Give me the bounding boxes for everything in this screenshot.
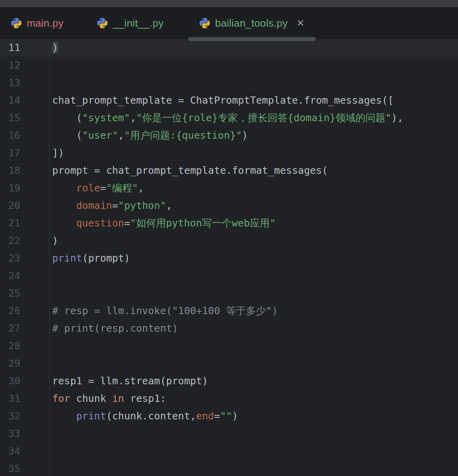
code-token: resp1 = llm.stream(prompt)	[52, 375, 208, 387]
line-number[interactable]: 31	[0, 390, 50, 407]
code-text	[50, 267, 52, 285]
code-line[interactable]: 30resp1 = llm.stream(prompt)	[0, 372, 458, 390]
code-token: =	[100, 182, 106, 194]
code-line[interactable]: 12	[0, 57, 458, 74]
code-line[interactable]: 33	[0, 425, 458, 443]
line-number[interactable]: 25	[0, 285, 50, 302]
line-number[interactable]: 20	[0, 197, 50, 214]
code-line[interactable]: 35	[0, 460, 458, 476]
line-number[interactable]: 30	[0, 372, 50, 390]
code-token: =	[214, 410, 220, 422]
line-number[interactable]: 29	[0, 355, 50, 372]
code-text: ("system","你是一位{role}专家，擅长回答{domain}领域的问…	[50, 109, 403, 127]
code-token: prompt = chat_prompt_template.format_mes…	[52, 165, 328, 176]
code-token: (	[52, 130, 82, 141]
code-token: "用户问题:{question}"	[124, 130, 242, 141]
line-number[interactable]: 26	[0, 302, 50, 320]
matched-brace: )	[52, 42, 58, 53]
code-line[interactable]: 13	[0, 74, 458, 92]
line-number[interactable]: 34	[0, 443, 50, 460]
code-line[interactable]: 18prompt = chat_prompt_template.format_m…	[0, 162, 458, 179]
tab-main-py[interactable]: main.py	[0, 7, 86, 39]
code-line[interactable]: 16 ("user","用户问题:{question}")	[0, 127, 458, 144]
code-token: )	[242, 130, 248, 141]
line-number[interactable]: 21	[0, 214, 50, 232]
code-text: print(chunk.content,end="")	[50, 407, 238, 425]
line-number[interactable]: 18	[0, 162, 50, 179]
code-line[interactable]: 34	[0, 443, 458, 460]
code-token: "python"	[118, 200, 166, 211]
code-token: "编程"	[106, 182, 138, 194]
code-token: "system"	[82, 112, 130, 124]
line-number[interactable]: 27	[0, 320, 50, 337]
code-token: domain	[76, 200, 112, 211]
code-text: question="如何用python写一个web应用"	[50, 214, 276, 232]
tab-label-bailian-tools-py: bailian_tools.py	[215, 17, 288, 30]
code-text	[50, 443, 52, 460]
code-line[interactable]: 15 ("system","你是一位{role}专家，擅长回答{domain}领…	[0, 109, 458, 127]
line-number[interactable]: 12	[0, 57, 50, 74]
active-tab-indicator	[188, 37, 316, 41]
code-text	[50, 74, 52, 92]
code-token: question	[76, 217, 124, 229]
code-line[interactable]: 14chat_prompt_template = ChatPromptTempl…	[0, 92, 458, 109]
code-text: ])	[50, 144, 64, 162]
code-token: "你是一位{role}专家，擅长回答{domain}领域的问题"	[136, 112, 391, 124]
code-text	[50, 460, 52, 476]
code-text: chat_prompt_template = ChatPromptTemplat…	[50, 92, 394, 109]
tab-init-py[interactable]: __init__.py	[86, 7, 188, 39]
code-line[interactable]: 21 question="如何用python写一个web应用"	[0, 214, 458, 232]
code-text: resp1 = llm.stream(prompt)	[50, 372, 208, 390]
code-text	[50, 355, 52, 372]
line-number[interactable]: 14	[0, 92, 50, 109]
code-token: ""	[220, 410, 232, 422]
line-number[interactable]: 17	[0, 144, 50, 162]
code-token: # resp = llm.invoke("100+100 等于多少")	[52, 305, 278, 317]
code-text: ("user","用户问题:{question}")	[50, 127, 248, 144]
line-number[interactable]: 23	[0, 250, 50, 267]
code-line[interactable]: 19 role="编程",	[0, 179, 458, 197]
code-line[interactable]: 23print(prompt)	[0, 250, 458, 267]
line-number[interactable]: 35	[0, 460, 50, 476]
code-line[interactable]: 20 domain="python",	[0, 197, 458, 214]
code-line[interactable]: 26# resp = llm.invoke("100+100 等于多少")	[0, 302, 458, 320]
line-number[interactable]: 32	[0, 407, 50, 425]
code-token	[52, 200, 76, 211]
code-token: ),	[391, 112, 403, 124]
code-line[interactable]: 17])	[0, 144, 458, 162]
code-token	[52, 410, 76, 422]
code-editor[interactable]: 11)121314chat_prompt_template = ChatProm…	[0, 39, 458, 476]
code-line[interactable]: 11)	[0, 39, 458, 57]
line-number[interactable]: 33	[0, 425, 50, 443]
close-icon[interactable]: ✕	[296, 18, 304, 28]
line-number[interactable]: 19	[0, 179, 50, 197]
code-text	[50, 57, 52, 74]
code-line[interactable]: 32 print(chunk.content,end="")	[0, 407, 458, 425]
code-line[interactable]: 31for chunk in resp1:	[0, 390, 458, 407]
code-token: chunk	[70, 393, 112, 404]
code-line[interactable]: 22)	[0, 232, 458, 250]
line-number[interactable]: 28	[0, 337, 50, 355]
line-number[interactable]: 13	[0, 74, 50, 92]
code-text: print(prompt)	[50, 250, 130, 267]
line-number[interactable]: 24	[0, 267, 50, 285]
code-line[interactable]: 27# print(resp.content)	[0, 320, 458, 337]
code-token	[52, 217, 76, 229]
code-token: (	[52, 112, 82, 124]
tab-bailian-tools-py[interactable]: bailian_tools.py ✕	[188, 7, 316, 39]
code-line[interactable]: 25	[0, 285, 458, 302]
window-titlebar	[0, 0, 458, 7]
code-line[interactable]: 24	[0, 267, 458, 285]
python-icon	[97, 18, 108, 28]
code-token: for	[52, 393, 70, 404]
line-number[interactable]: 22	[0, 232, 50, 250]
code-line[interactable]: 28	[0, 337, 458, 355]
code-line[interactable]: 29	[0, 355, 458, 372]
code-token: "user"	[82, 130, 118, 141]
code-token: =	[112, 200, 118, 211]
line-number[interactable]: 11	[0, 39, 50, 57]
code-token: )	[232, 410, 238, 422]
line-number[interactable]: 15	[0, 109, 50, 127]
line-number[interactable]: 16	[0, 127, 50, 144]
code-token: (prompt)	[82, 252, 130, 264]
